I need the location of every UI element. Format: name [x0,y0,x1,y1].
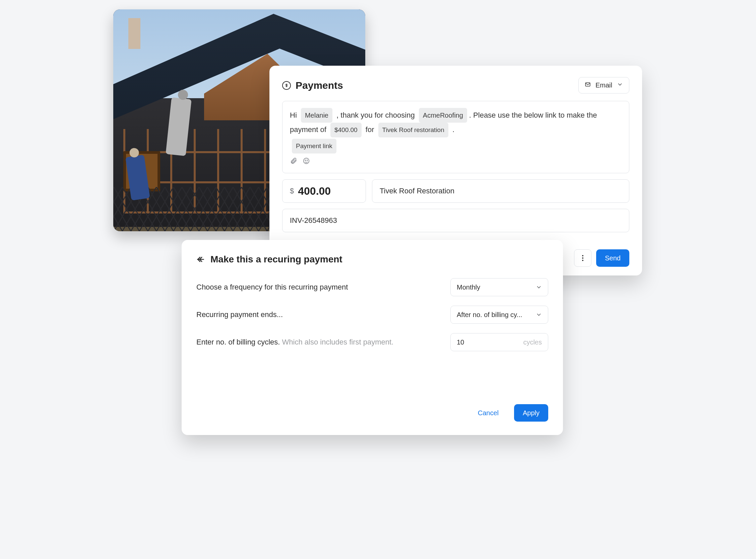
amount-field[interactable]: $ 400.00 [282,179,366,203]
chevron-down-icon [536,284,542,290]
description-field[interactable]: Tivek Roof Restoration [372,179,629,203]
svg-point-3 [307,160,307,160]
frequency-select[interactable]: Monthly [450,278,548,296]
cycles-label: Enter no. of billing cycles. Which also … [197,338,393,346]
more-options-button[interactable] [574,249,592,267]
send-button[interactable]: Send [596,249,629,267]
msg-text: . [452,125,454,134]
svg-point-2 [305,160,306,160]
invoice-value: INV-26548963 [290,216,337,225]
chevron-down-icon [617,82,623,89]
apply-button[interactable]: Apply [514,404,548,422]
frequency-value: Monthly [457,284,480,291]
recurring-title: Make this a recuring payment [210,254,342,265]
chip-amount[interactable]: $400.00 [330,122,362,137]
chip-payment-link[interactable]: Payment link [292,139,337,154]
description-value: Tivek Roof Restoration [380,187,454,195]
ends-value: After no. of billing cy... [457,311,522,319]
frequency-label: Choose a frequency for this recurring pa… [197,283,348,292]
svg-point-5 [582,258,583,259]
svg-point-6 [582,260,583,261]
cycles-hint: Which also includes first payment. [282,338,394,346]
msg-text: for [366,125,374,134]
message-editor[interactable]: Hi Melanie , thank you for choosing Acme… [282,101,629,173]
svg-point-1 [304,158,309,164]
chip-customer-name[interactable]: Melanie [301,108,333,122]
cancel-button[interactable]: Cancel [469,404,507,422]
chevron-down-icon [536,312,542,318]
currency-symbol: $ [290,187,294,195]
recurring-card: Make this a recuring payment Choose a fr… [182,240,563,435]
chip-company[interactable]: AcmeRoofing [419,108,467,122]
ends-select[interactable]: After no. of billing cy... [450,306,548,324]
channel-label: Email [595,82,612,89]
cycles-suffix: cycles [523,338,542,346]
svg-point-4 [582,255,583,256]
chip-job[interactable]: Tivek Roof restoration [378,122,449,137]
cycles-value: 10 [457,338,464,346]
mail-icon [585,82,591,89]
invoice-field[interactable]: INV-26548963 [282,209,629,232]
msg-text: , thank you for choosing [337,111,415,119]
amount-value: 400.00 [298,185,331,197]
emoji-icon[interactable] [303,156,310,169]
attachment-icon[interactable] [290,156,297,169]
msg-text: Hi [290,111,297,119]
cycles-input[interactable]: 10 cycles [450,333,548,351]
ends-label: Recurring payment ends... [197,310,283,319]
back-arrow-icon[interactable] [197,255,205,264]
dollar-circle-icon [282,81,291,90]
payments-title: Payments [296,80,343,91]
channel-dropdown[interactable]: Email [578,77,629,93]
